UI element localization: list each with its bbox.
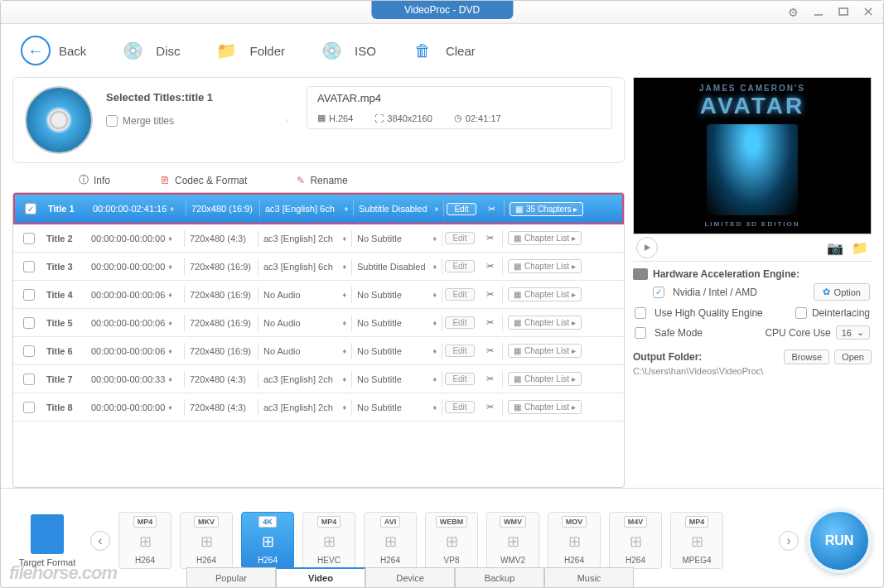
edit-button[interactable]: Edit: [447, 203, 476, 215]
open-button[interactable]: Open: [834, 349, 872, 364]
format-option[interactable]: WMV⊞WMV2: [486, 512, 539, 569]
safe-checkbox[interactable]: [635, 327, 646, 339]
edit-button[interactable]: Edit: [445, 401, 474, 413]
footer-tab-music[interactable]: Music: [544, 567, 634, 587]
title-checkbox[interactable]: [23, 233, 35, 244]
format-option[interactable]: M4V⊞H264: [609, 512, 662, 569]
tab-info[interactable]: ⓘInfo: [79, 173, 110, 187]
title-row[interactable]: Title 500:00:00-00:00:06 ♦720x480 (16:9)…: [13, 309, 624, 337]
open-folder-icon[interactable]: 📁: [852, 240, 868, 256]
chapter-button[interactable]: ▦ Chapter List ▸: [508, 316, 582, 330]
format-option[interactable]: MP4⊞MPEG4: [670, 512, 723, 569]
title-audio-select[interactable]: ac3 [English] 2ch ♦: [258, 234, 351, 243]
folder-button[interactable]: 📁 Folder: [212, 36, 286, 65]
cut-icon[interactable]: ✂: [477, 261, 502, 272]
chapter-button[interactable]: ▦ Chapter List ▸: [508, 372, 582, 386]
title-row[interactable]: Title 400:00:00-00:00:06 ♦720x480 (16:9)…: [13, 281, 624, 309]
title-row[interactable]: Title 300:00:00-00:00:00 ♦720x480 (16:9)…: [13, 253, 624, 281]
nvidia-checkbox[interactable]: [653, 287, 664, 298]
edit-button[interactable]: Edit: [445, 373, 474, 385]
title-checkbox[interactable]: [23, 345, 35, 357]
title-row[interactable]: Title 200:00:00-00:00:00 ♦720x480 (4:3)a…: [13, 224, 624, 253]
clear-button[interactable]: 🗑 Clear: [408, 36, 476, 65]
title-checkbox[interactable]: [23, 402, 35, 413]
edit-button[interactable]: Edit: [445, 260, 474, 272]
iso-button[interactable]: 💿 ISO: [316, 36, 376, 65]
option-button[interactable]: ✿Option: [814, 283, 870, 301]
title-audio-select[interactable]: ac3 [English] 6ch ♦: [258, 262, 351, 272]
minimize-icon[interactable]: [814, 6, 824, 19]
tab-rename[interactable]: ✎Rename: [297, 173, 347, 187]
title-checkbox[interactable]: [23, 374, 35, 385]
play-button[interactable]: [636, 237, 658, 258]
title-audio-select[interactable]: ac3 [English] 2ch ♦: [258, 374, 351, 384]
chapter-button[interactable]: ▦ Chapter List ▸: [508, 259, 582, 273]
title-checkbox[interactable]: [25, 203, 36, 214]
chapter-button[interactable]: ▦ Chapter List ▸: [508, 231, 582, 245]
title-subtitle-select[interactable]: No Subtitle ♦: [352, 402, 442, 412]
codec-icon: 🖹: [160, 175, 170, 186]
title-subtitle-select[interactable]: No Subtitle ♦: [352, 234, 442, 243]
close-icon[interactable]: [863, 6, 873, 19]
format-option[interactable]: MKV⊞H264: [180, 512, 233, 569]
merge-titles-checkbox[interactable]: Merge titles: [106, 115, 272, 127]
title-audio-select[interactable]: No Audio ♦: [258, 290, 351, 300]
cut-icon[interactable]: ✂: [477, 374, 502, 384]
chapter-button[interactable]: ▦ Chapter List ▸: [508, 344, 582, 358]
edit-button[interactable]: Edit: [445, 316, 474, 329]
edit-button[interactable]: Edit: [445, 288, 474, 301]
tab-codec[interactable]: 🖹Codec & Format: [160, 173, 247, 187]
title-audio-select[interactable]: No Audio ♦: [258, 346, 351, 356]
back-button[interactable]: ← Back: [21, 36, 86, 65]
deint-checkbox[interactable]: [795, 307, 807, 319]
disc-button[interactable]: 💿 Disc: [118, 36, 180, 65]
title-checkbox[interactable]: [23, 317, 35, 329]
title-subtitle-select[interactable]: No Subtitle ♦: [352, 318, 442, 328]
title-subtitle-select[interactable]: No Subtitle ♦: [352, 290, 442, 300]
title-subtitle-select[interactable]: No Subtitle ♦: [352, 346, 442, 356]
footer-tab-popular[interactable]: Popular: [186, 567, 276, 587]
format-option[interactable]: 4K⊞H264: [241, 512, 294, 569]
browse-button[interactable]: Browse: [784, 349, 829, 364]
title-audio-select[interactable]: ac3 [English] 2ch ♦: [258, 402, 351, 412]
edit-button[interactable]: Edit: [445, 345, 474, 357]
title-row[interactable]: Title 100:00:00-02:41:16 ♦720x480 (16:9)…: [13, 193, 624, 224]
format-top: MKV: [194, 516, 219, 528]
hq-checkbox[interactable]: [635, 307, 646, 319]
title-subtitle-select[interactable]: Subtitle Disabled ♦: [354, 204, 443, 214]
format-option[interactable]: WEBM⊞VP8: [425, 512, 478, 569]
format-option[interactable]: MP4⊞H264: [118, 512, 171, 569]
format-option[interactable]: AVI⊞H264: [364, 512, 417, 569]
format-option[interactable]: MOV⊞H264: [548, 512, 601, 569]
cut-icon[interactable]: ✂: [477, 345, 502, 356]
title-checkbox[interactable]: [23, 261, 35, 272]
footer-tab-video[interactable]: Video: [276, 567, 365, 587]
title-row[interactable]: Title 800:00:00-00:00:00 ♦720x480 (4:3)a…: [13, 393, 624, 422]
cut-icon[interactable]: ✂: [477, 289, 502, 300]
cut-icon[interactable]: ✂: [477, 233, 502, 243]
title-checkbox[interactable]: [23, 289, 35, 301]
footer-tab-backup[interactable]: Backup: [455, 567, 544, 587]
formats-prev[interactable]: ‹: [90, 531, 110, 551]
run-button[interactable]: RUN: [807, 508, 872, 573]
chapter-button[interactable]: ▦ Chapter List ▸: [508, 287, 582, 301]
footer-tab-device[interactable]: Device: [365, 567, 455, 587]
settings-icon[interactable]: ⚙: [788, 6, 799, 19]
cut-icon[interactable]: ✂: [477, 402, 502, 412]
snapshot-icon[interactable]: 📷: [827, 240, 843, 256]
chapter-button[interactable]: ▦ 35 Chapters ▸: [510, 202, 583, 216]
format-option[interactable]: MP4⊞HEVC: [302, 512, 355, 569]
cut-icon[interactable]: ✂: [477, 317, 502, 328]
title-audio-select[interactable]: ac3 [English] 6ch ♦: [260, 204, 353, 214]
title-row[interactable]: Title 700:00:00-00:00:33 ♦720x480 (4:3)a…: [13, 365, 624, 393]
chapter-button[interactable]: ▦ Chapter List ▸: [508, 400, 582, 414]
title-audio-select[interactable]: No Audio ♦: [258, 318, 351, 328]
title-row[interactable]: Title 600:00:00-00:00:06 ♦720x480 (16:9)…: [13, 337, 624, 365]
edit-button[interactable]: Edit: [445, 232, 474, 244]
cpu-core-select[interactable]: 16⌄: [836, 325, 870, 340]
title-subtitle-select[interactable]: No Subtitle ♦: [352, 374, 442, 384]
maximize-icon[interactable]: [838, 6, 848, 19]
formats-next[interactable]: ›: [779, 531, 799, 551]
title-subtitle-select[interactable]: Subtitle Disabled ♦: [352, 262, 442, 272]
cut-icon[interactable]: ✂: [479, 204, 504, 214]
